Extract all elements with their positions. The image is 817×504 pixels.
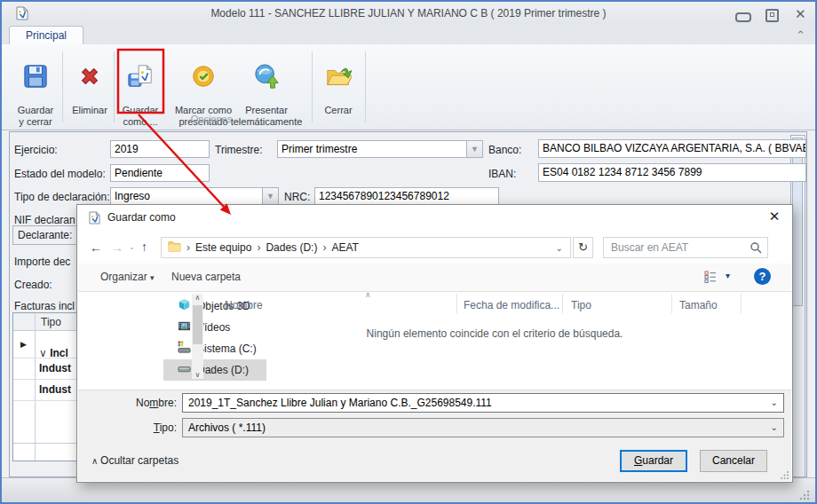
filename-combobox[interactable]: 2019_1T_Sanchez Llibre Julian y Mariano … [182, 393, 784, 413]
save-icon [9, 63, 62, 90]
search-input[interactable]: Buscar en AEAT [603, 237, 768, 258]
view-options-chevron-icon[interactable]: ▾ [726, 271, 730, 280]
filetype-label: Tipo: [113, 421, 177, 434]
nueva-carpeta-button[interactable]: Nueva carpeta [171, 271, 241, 283]
dialog-resize-grip[interactable] [781, 470, 789, 479]
column-header-tamano[interactable]: Tamaño [679, 299, 718, 311]
breadcrumb-separator-icon: › [186, 241, 190, 254]
title-bar: Modelo 111 - SANCHEZ LLIBRE JULIAN Y MAR… [2, 2, 815, 25]
sidebar-scrollbar[interactable]: ∧ ∨ [192, 294, 203, 379]
scroll-down-icon[interactable]: ∨ [192, 371, 203, 379]
cancel-button[interactable]: Cancelar [700, 450, 767, 472]
nav-history-chevron-icon[interactable]: ⌄ [129, 243, 135, 251]
label-text: No [136, 397, 149, 409]
refresh-button[interactable]: ↻ [573, 237, 593, 258]
organizar-button[interactable]: Organizar ▾ [100, 271, 155, 283]
chevron-down-icon[interactable]: ⌄ [771, 422, 778, 432]
grid-column-tipo[interactable]: Tipo [41, 316, 61, 328]
close-folder-icon [315, 63, 361, 90]
column-separator[interactable] [671, 294, 672, 313]
label-tipo-declaracion: Tipo de declaración: [14, 191, 110, 203]
globe-upload-icon [224, 63, 309, 90]
breadcrumb-item[interactable]: Este equipo [195, 241, 251, 254]
ribbon-collapse-icon[interactable]: ⌃ [796, 28, 805, 42]
modelo-111-window: Modelo 111 - SANCHEZ LLIBRE JULIAN Y MAR… [0, 0, 817, 504]
column-header-tipo[interactable]: Tipo [571, 299, 591, 311]
column-header-nombre[interactable]: Nombre [225, 299, 263, 311]
chevron-down-icon[interactable]: ▼ [262, 188, 278, 204]
column-separator[interactable] [741, 294, 742, 313]
videos-icon [178, 319, 191, 335]
label-nif-declarante: NIF declaran [14, 214, 75, 226]
sidebar-item-dades-d[interactable]: Dades (D:) [163, 359, 266, 381]
nav-up-button[interactable]: ↑ [141, 240, 147, 254]
search-icon[interactable] [750, 241, 762, 257]
ribbon-button-eliminar[interactable]: Eliminar [66, 49, 114, 122]
label-text: uardar [642, 454, 673, 467]
ribbon-button-presentar-telematicamente[interactable]: Presentar telemáticamente [224, 49, 309, 122]
ribbon-button-guardar-y-cerrar[interactable]: Guardar y cerrar [9, 49, 62, 122]
dropdown-tipo-declaracion[interactable]: Ingreso ▼ [110, 187, 279, 205]
sidebar-item-label: Dades (D:) [197, 364, 249, 376]
help-button[interactable]: ? [754, 268, 771, 285]
ribbon-separator [365, 51, 366, 122]
breadcrumb-chevron-icon[interactable]: ⌄ [556, 243, 570, 253]
label-facturas-incluidas: Facturas incl [14, 300, 75, 312]
close-button[interactable]: ✕ [795, 6, 806, 22]
dropdown-trimestre[interactable]: Primer trimestre ▼ [277, 140, 483, 158]
tab-row [2, 25, 815, 44]
label-accesskey: m [149, 397, 158, 409]
column-separator[interactable] [562, 294, 563, 313]
field-estado-modelo[interactable]: Pendiente [110, 164, 210, 182]
filetype-combobox[interactable]: Archivos ( *.111) ⌄ [182, 418, 784, 437]
save-button[interactable]: Guardar [620, 450, 687, 472]
ribbon-button-cerrar[interactable]: Cerrar [315, 49, 361, 122]
scroll-up-icon[interactable]: ∧ [192, 294, 203, 302]
scrollbar-thumb[interactable] [193, 305, 202, 344]
dropdown-value: Ingreso [115, 190, 150, 202]
label-banco: Banco: [488, 144, 521, 156]
label-text: ipo: [160, 421, 177, 434]
label-text: bre: [158, 397, 177, 409]
drive-icon [178, 362, 191, 378]
ribbon-separator [312, 51, 313, 122]
label-iban: IBAN: [488, 168, 516, 180]
chevron-down-icon[interactable]: ▼ [466, 141, 482, 157]
resize-grip[interactable] [799, 490, 810, 500]
nav-forward-button[interactable]: → [111, 240, 123, 255]
filename-label: Nombre: [113, 397, 177, 409]
column-separator[interactable] [456, 294, 457, 313]
sort-chevron-icon: ∧ [365, 290, 371, 299]
sidebar-item-sistema-c[interactable]: Sistema (C:) [163, 338, 266, 359]
chevron-down-icon[interactable]: ⌄ [771, 398, 778, 407]
field-banco[interactable]: BANCO BILBAO VIZCAYA ARGENTARIA, S.A. ( … [538, 139, 806, 158]
ribbon-button-label: Eliminar [72, 105, 107, 115]
dropdown-value: Primer trimestre [282, 143, 357, 155]
save-as-dialog: Guardar como ✕ ← → ⌄ ↑ › Este equipo › D… [76, 204, 793, 483]
filetype-value: Archivos ( *.111) [188, 421, 266, 434]
breadcrumb-item[interactable]: AEAT [331, 241, 358, 254]
breadcrumb[interactable]: › Este equipo › Dades (D:) › AEAT ⌄ [161, 237, 571, 258]
dialog-close-button[interactable]: ✕ [763, 209, 786, 228]
field-nrc[interactable]: 1234567890123456789012 [314, 187, 499, 205]
nav-back-button[interactable]: ← [90, 240, 102, 255]
column-header-fecha[interactable]: Fecha de modifica... [464, 299, 559, 311]
sidebar-item-videos[interactable]: Vídeos [163, 317, 266, 338]
grid-row-expander-icon[interactable]: ▶ [20, 340, 27, 349]
maximize-button[interactable] [765, 9, 779, 22]
empty-folder-message: Ningún elemento coincide con el criterio… [290, 327, 699, 340]
field-iban[interactable]: ES04 0182 1234 8712 3456 7899 [538, 163, 806, 182]
view-options-button[interactable] [704, 271, 720, 287]
minimize-button[interactable] [735, 12, 751, 22]
label-importe-declarado: Importe dec [14, 256, 70, 268]
3d-objects-icon [178, 298, 191, 314]
breadcrumb-separator-icon: › [257, 241, 260, 254]
save-as-icon [117, 63, 163, 90]
ribbon-button-guardar-como[interactable]: Guardar como ... [117, 49, 163, 122]
breadcrumb-item[interactable]: Dades (D:) [266, 241, 317, 254]
dialog-app-icon [89, 211, 100, 228]
field-ejercicio[interactable]: 2019 [110, 140, 210, 158]
label-accesskey: T [154, 421, 160, 434]
hide-folders-button[interactable]: ∧ Ocultar carpetas [91, 454, 178, 467]
tab-principal[interactable]: Principal [9, 26, 83, 44]
